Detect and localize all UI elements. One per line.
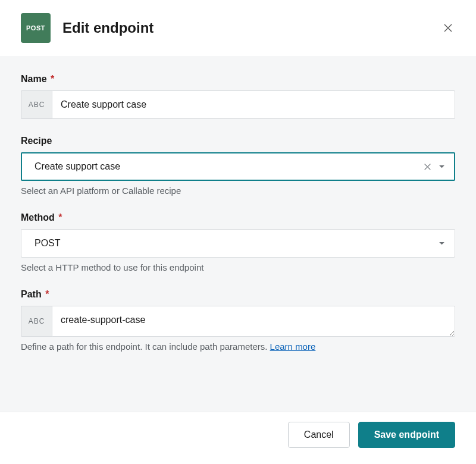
method-badge: POST bbox=[21, 13, 51, 43]
method-selected-value: POST bbox=[21, 230, 439, 257]
recipe-selected-value: Create support case bbox=[22, 153, 422, 180]
clear-icon bbox=[424, 163, 431, 171]
recipe-select-icons bbox=[422, 162, 454, 172]
form-body: Name * ABC Recipe Create support case bbox=[0, 56, 476, 412]
recipe-label: Recipe bbox=[21, 136, 455, 146]
dialog-title: Edit endpoint bbox=[62, 20, 154, 36]
recipe-clear-button[interactable] bbox=[422, 162, 433, 172]
method-select[interactable]: POST bbox=[21, 229, 455, 258]
name-input-row: ABC bbox=[21, 90, 455, 119]
path-input-row: ABC bbox=[21, 306, 455, 337]
required-star-icon: * bbox=[51, 74, 54, 84]
recipe-helper-text: Select an API platform or Callable recip… bbox=[21, 186, 455, 196]
name-group: Name * ABC bbox=[21, 74, 455, 119]
method-helper-text: Select a HTTP method to use for this end… bbox=[21, 262, 455, 272]
header-left: POST Edit endpoint bbox=[21, 13, 154, 43]
path-label-text: Path bbox=[21, 289, 42, 299]
method-group: Method * POST Select a HTTP method to us… bbox=[21, 212, 455, 272]
method-select-icons bbox=[439, 242, 455, 246]
path-label: Path * bbox=[21, 289, 455, 300]
method-caret[interactable] bbox=[439, 242, 445, 246]
learn-more-link[interactable]: Learn more bbox=[270, 341, 316, 352]
text-type-indicator: ABC bbox=[21, 90, 52, 119]
recipe-select[interactable]: Create support case bbox=[21, 152, 455, 181]
path-input[interactable] bbox=[52, 306, 455, 337]
chevron-down-icon bbox=[439, 165, 445, 169]
close-icon bbox=[443, 23, 453, 33]
chevron-down-icon bbox=[439, 242, 445, 246]
path-helper-text: Define a path for this endpoint. It can … bbox=[21, 341, 455, 352]
close-button[interactable] bbox=[441, 21, 455, 35]
recipe-group: Recipe Create support case Select an API… bbox=[21, 136, 455, 196]
path-group: Path * ABC Define a path for this endpoi… bbox=[21, 289, 455, 352]
dialog-header: POST Edit endpoint bbox=[0, 0, 476, 56]
method-label: Method * bbox=[21, 212, 455, 223]
name-label-text: Name bbox=[21, 74, 47, 84]
required-star-icon: * bbox=[58, 212, 62, 222]
required-star-icon: * bbox=[45, 289, 49, 299]
recipe-caret[interactable] bbox=[439, 165, 445, 169]
cancel-button[interactable]: Cancel bbox=[288, 422, 350, 448]
save-endpoint-button[interactable]: Save endpoint bbox=[358, 422, 455, 448]
name-label: Name * bbox=[21, 74, 455, 84]
text-type-indicator: ABC bbox=[21, 306, 52, 337]
dialog-footer: Cancel Save endpoint bbox=[0, 412, 476, 457]
recipe-label-text: Recipe bbox=[21, 136, 52, 146]
path-helper-span: Define a path for this endpoint. It can … bbox=[21, 341, 270, 352]
name-input[interactable] bbox=[52, 90, 455, 119]
method-label-text: Method bbox=[21, 212, 55, 222]
